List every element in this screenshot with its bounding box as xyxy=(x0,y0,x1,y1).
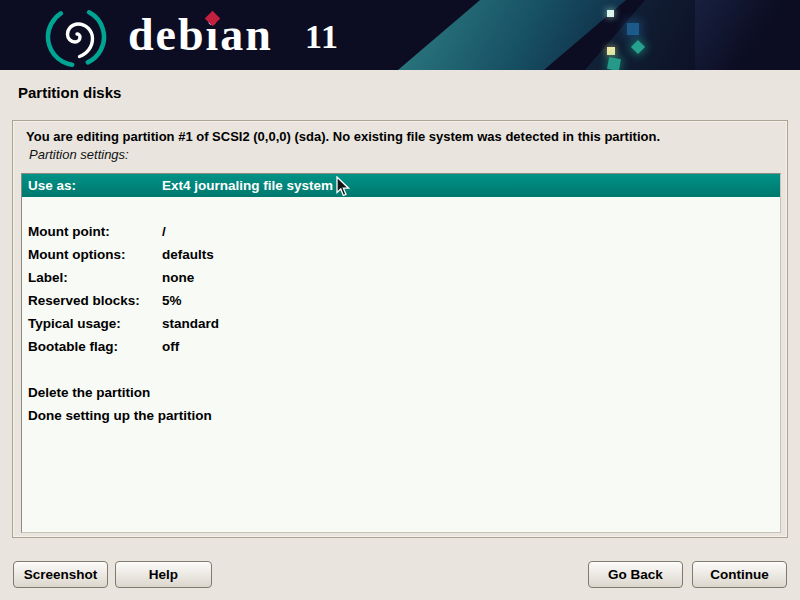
item-label: Mount point: xyxy=(22,224,162,239)
item-value: none xyxy=(162,270,780,285)
item-value: 5% xyxy=(162,293,780,308)
question-frame: You are editing partition #1 of SCSI2 (0… xyxy=(12,120,788,538)
list-item[interactable]: Label:none xyxy=(22,266,780,289)
item-label: Typical usage: xyxy=(22,316,162,331)
list-item[interactable]: Use as:Ext4 journaling file system xyxy=(22,174,780,197)
list-item[interactable]: Delete the partition xyxy=(22,381,780,404)
debian-logo-icon xyxy=(44,5,108,69)
settings-list: Use as:Ext4 journaling file systemMount … xyxy=(21,173,781,533)
item-label: Delete the partition xyxy=(22,385,162,400)
list-item[interactable]: Bootable flag:off xyxy=(22,335,780,358)
question-info: You are editing partition #1 of SCSI2 (0… xyxy=(26,129,781,144)
screenshot-button[interactable]: Screenshot xyxy=(13,561,108,588)
decor-square xyxy=(607,57,621,70)
decor-square xyxy=(627,23,639,35)
banner-decoration-band xyxy=(398,0,626,70)
continue-button[interactable]: Continue xyxy=(692,561,787,588)
list-item[interactable]: Mount options:defaults xyxy=(22,243,780,266)
item-label: Mount options: xyxy=(22,247,162,262)
installer-window: debian 11 Partition disks You are editin… xyxy=(0,0,800,600)
item-value: Ext4 journaling file system xyxy=(162,178,780,193)
item-value: off xyxy=(162,339,780,354)
list-item[interactable]: Reserved blocks:5% xyxy=(22,289,780,312)
brand-wordmark: debian xyxy=(128,12,273,58)
item-label: Bootable flag: xyxy=(22,339,162,354)
item-value: defaults xyxy=(162,247,780,262)
list-item[interactable]: Done setting up the partition xyxy=(22,404,780,427)
item-label: Label: xyxy=(22,270,162,285)
item-label: Done setting up the partition xyxy=(22,408,162,423)
item-label: Use as: xyxy=(22,178,162,193)
item-value: / xyxy=(162,224,780,239)
mouse-cursor-icon xyxy=(336,176,352,202)
page-title: Partition disks xyxy=(18,84,121,101)
question-subtitle: Partition settings: xyxy=(29,147,129,162)
decor-square xyxy=(607,10,614,17)
list-item[interactable]: Mount point:/ xyxy=(22,220,780,243)
list-spacer xyxy=(22,197,780,220)
banner-decoration-band xyxy=(695,0,800,70)
brand-name: debian xyxy=(128,9,273,60)
header-banner: debian 11 xyxy=(0,0,800,70)
list-item[interactable]: Typical usage:standard xyxy=(22,312,780,335)
brand-version: 11 xyxy=(305,20,339,54)
item-value: standard xyxy=(162,316,780,331)
go-back-button[interactable]: Go Back xyxy=(588,561,683,588)
help-button[interactable]: Help xyxy=(115,561,212,588)
list-spacer xyxy=(22,358,780,381)
item-label: Reserved blocks: xyxy=(22,293,162,308)
decor-square xyxy=(607,47,615,55)
